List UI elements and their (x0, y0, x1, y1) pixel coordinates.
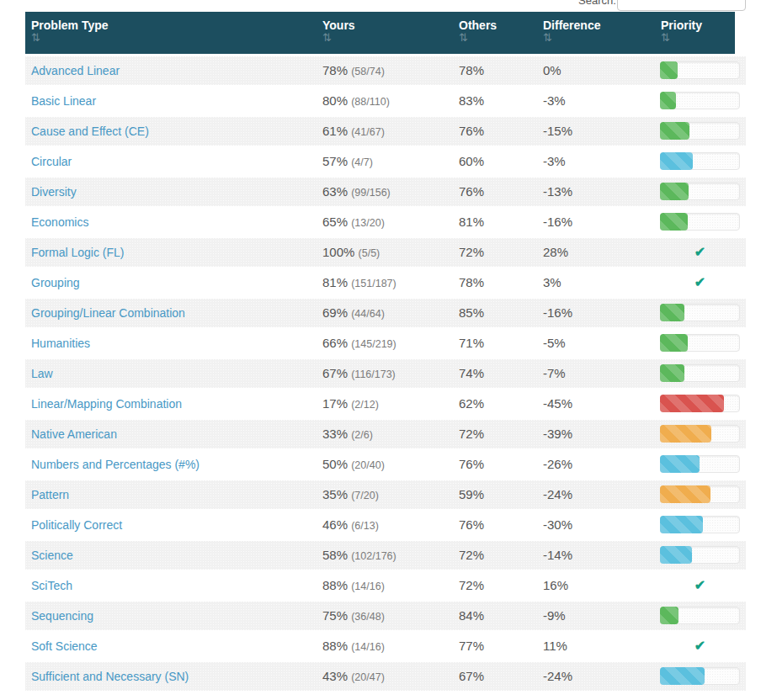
priority-bar (660, 607, 740, 624)
problem-type-link[interactable]: Law (31, 358, 53, 389)
problem-type-link[interactable]: Circular (31, 146, 72, 177)
others-cell: 78% (459, 268, 484, 298)
others-cell: 59% (459, 480, 484, 510)
yours-cell: 58% (102/176) (322, 540, 396, 570)
yours-cell: 80% (88/110) (322, 86, 390, 116)
yours-cell: 43% (20/47) (322, 661, 385, 692)
priority-cell (660, 358, 740, 389)
yours-cell: 57% (4/7) (322, 146, 373, 177)
difference-cell: 11% (543, 631, 567, 661)
column-header-label: Difference (543, 19, 600, 32)
sort-icon[interactable]: ⇅ (322, 32, 355, 44)
priority-cell: ✔ (660, 237, 740, 268)
sort-icon[interactable]: ⇅ (661, 32, 702, 44)
problem-type-link[interactable]: Grouping (31, 268, 80, 298)
problem-type-link[interactable]: Humanities (31, 328, 90, 358)
column-header-problem-type[interactable]: Problem Type ⇅ (31, 12, 109, 54)
problem-type-link[interactable]: Basic Linear (31, 86, 96, 116)
table-row: Native American 33% (2/6) 72% -39% (25, 419, 746, 449)
difference-cell: -3% (543, 146, 566, 177)
yours-cell: 67% (116/173) (322, 358, 396, 389)
problem-type-link[interactable]: Soft Science (31, 631, 98, 661)
problem-type-link[interactable]: Cause and Effect (CE) (31, 116, 149, 146)
difference-cell: -16% (543, 207, 572, 237)
priority-cell (660, 540, 740, 570)
table-row: Law 67% (116/173) 74% -7% (25, 358, 746, 389)
priority-bar (660, 455, 740, 473)
column-header-yours[interactable]: Yours ⇅ (322, 12, 355, 54)
priority-bar (660, 485, 740, 503)
problem-type-link[interactable]: Sequencing (31, 601, 93, 631)
problem-type-link[interactable]: Politically Correct (31, 510, 122, 540)
difference-cell: -13% (543, 177, 572, 207)
difference-cell: -30% (543, 510, 572, 540)
search-input[interactable] (617, 0, 746, 11)
yours-cell: 33% (2/6) (322, 419, 373, 449)
problem-type-link[interactable]: Grouping/Linear Combination (31, 298, 185, 328)
problem-type-link[interactable]: Native American (31, 419, 117, 449)
problem-type-link[interactable]: Sufficient and Necessary (SN) (31, 661, 189, 692)
yours-cell: 88% (14/16) (322, 570, 385, 601)
priority-bar (660, 667, 740, 685)
problem-type-link[interactable]: Linear/Mapping Combination (31, 389, 182, 419)
problem-type-link[interactable]: Diversity (31, 177, 77, 207)
priority-cell (660, 207, 740, 237)
problem-type-link[interactable]: Numbers and Percentages (#%) (31, 449, 200, 480)
priority-bar (660, 425, 740, 443)
difference-cell: -24% (543, 661, 572, 692)
column-header-label: Yours (322, 19, 355, 32)
column-header-others[interactable]: Others ⇅ (459, 12, 497, 54)
priority-bar-fill-green (660, 364, 684, 382)
priority-cell: ✔ (660, 631, 740, 661)
others-cell: 71% (459, 328, 484, 358)
table-row: Numbers and Percentages (#%) 50% (20/40)… (25, 449, 746, 480)
priority-cell (660, 661, 740, 692)
problem-type-link[interactable]: Economics (31, 207, 88, 237)
table-row: Politically Correct 46% (6/13) 76% -30% (25, 510, 746, 540)
problem-type-link[interactable]: Formal Logic (FL) (31, 237, 124, 268)
priority-bar (660, 61, 740, 79)
priority-bar-fill-green (660, 607, 679, 624)
problem-type-link[interactable]: SciTech (31, 570, 72, 601)
column-header-priority[interactable]: Priority ⇅ (661, 12, 702, 54)
difference-cell: -24% (543, 480, 572, 510)
sort-icon[interactable]: ⇅ (459, 32, 497, 44)
priority-bar-fill-green (660, 304, 684, 321)
priority-cell (660, 510, 740, 540)
yours-cell: 81% (151/187) (322, 268, 396, 298)
table-row: Sufficient and Necessary (SN) 43% (20/47… (25, 661, 746, 692)
yours-cell: 46% (6/13) (322, 510, 379, 540)
yours-cell: 100% (5/5) (322, 237, 380, 268)
column-header-difference[interactable]: Difference ⇅ (543, 12, 600, 54)
difference-cell: -16% (543, 298, 572, 328)
check-icon: ✔ (660, 268, 740, 298)
yours-cell: 50% (20/40) (322, 449, 385, 480)
search-label: Search: (578, 0, 616, 7)
difference-cell: -3% (543, 86, 566, 116)
table-body: Advanced Linear 78% (58/74) 78% 0% Basic… (25, 56, 746, 692)
others-cell: 76% (459, 510, 484, 540)
priority-bar (660, 516, 740, 533)
others-cell: 67% (459, 661, 484, 692)
priority-bar-fill-green (660, 92, 676, 109)
table-row: Pattern 35% (7/20) 59% -24% (25, 480, 746, 510)
yours-cell: 78% (58/74) (322, 56, 385, 86)
yours-cell: 35% (7/20) (322, 480, 379, 510)
priority-bar (660, 152, 740, 170)
table-row: Science 58% (102/176) 72% -14% (25, 540, 746, 570)
table-row: Basic Linear 80% (88/110) 83% -3% (25, 86, 746, 116)
problem-type-link[interactable]: Science (31, 540, 73, 570)
others-cell: 77% (459, 631, 484, 661)
sort-icon[interactable]: ⇅ (31, 32, 109, 44)
problem-type-table: Problem Type ⇅ Yours ⇅ Others ⇅ Differen… (25, 12, 746, 692)
difference-cell: -7% (543, 358, 566, 389)
table-row: Cause and Effect (CE) 61% (41/67) 76% -1… (25, 116, 746, 146)
table-row: Humanities 66% (145/219) 71% -5% (25, 328, 746, 358)
problem-type-link[interactable]: Pattern (31, 480, 69, 510)
others-cell: 84% (459, 601, 484, 631)
column-header-label: Problem Type (31, 19, 109, 32)
sort-icon[interactable]: ⇅ (543, 32, 600, 44)
problem-type-report-page: Search: Problem Type ⇅ Yours ⇅ Others ⇅ … (0, 0, 761, 700)
priority-bar (660, 304, 740, 321)
problem-type-link[interactable]: Advanced Linear (31, 56, 120, 86)
